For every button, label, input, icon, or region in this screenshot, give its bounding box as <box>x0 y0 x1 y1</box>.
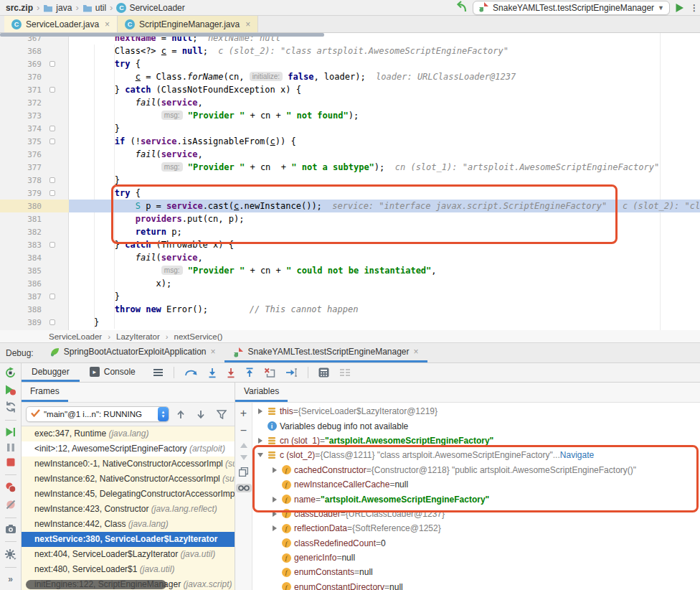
code-line[interactable]: fail(service, <box>69 96 700 109</box>
fold-marker-icon[interactable] <box>49 177 55 183</box>
editor-tab-scriptenginemanager-java[interactable]: CScriptEngineManager.java× <box>118 16 258 32</box>
view-breakpoints-icon[interactable] <box>5 482 16 493</box>
fold-marker-icon[interactable] <box>49 294 55 299</box>
chevron-collapsed-icon[interactable] <box>273 497 277 502</box>
layout-icon[interactable] <box>339 368 351 377</box>
code-line[interactable]: } <box>69 174 700 187</box>
step-out-icon[interactable] <box>245 367 254 378</box>
variable-row[interactable]: fcachedConstructor = {Constructor@1218} … <box>252 463 700 477</box>
thread-selector[interactable]: "main"@1 i...n": RUNNING ▲▼ <box>26 406 169 422</box>
mute-breakpoints-icon[interactable] <box>5 499 16 510</box>
force-step-into-icon[interactable] <box>227 367 235 378</box>
remove-icon[interactable]: − <box>240 426 247 436</box>
close-icon[interactable]: × <box>211 347 216 357</box>
code-line[interactable]: throw new Error(); // This cannot happen <box>69 303 700 316</box>
code-line[interactable]: return p; <box>69 225 700 238</box>
pause-icon[interactable] <box>6 443 15 452</box>
collapse-icon[interactable]: » <box>8 574 13 584</box>
fold-marker-icon[interactable] <box>49 87 55 93</box>
variable-row[interactable]: fnewInstanceCallerCache = null <box>252 477 700 492</box>
code-line[interactable]: } catch (ClassNotFoundException x) { <box>69 83 700 96</box>
frame-row[interactable]: nextService:380, ServiceLoader$LazyItera… <box>22 532 235 547</box>
back-arrow-icon[interactable] <box>455 1 468 13</box>
navigate-link[interactable]: Navigate <box>560 450 594 460</box>
step-into-icon[interactable] <box>208 367 217 378</box>
frame-row[interactable]: newInstance:442, Class (java.lang) <box>22 517 235 532</box>
drop-frame-icon[interactable] <box>264 367 275 378</box>
filter-icon[interactable] <box>217 410 227 419</box>
fold-marker-icon[interactable] <box>49 139 55 144</box>
rerun-failed-icon[interactable] <box>4 384 16 395</box>
editor-code-area[interactable]: nextName = null; nextName: null Class<?>… <box>69 33 700 330</box>
fold-marker-icon[interactable] <box>49 319 55 325</box>
run-icon[interactable] <box>675 3 684 13</box>
run-to-cursor-icon[interactable] <box>285 367 298 378</box>
breadcrumb-item[interactable]: src.zip <box>6 3 33 13</box>
evaluate-icon[interactable] <box>318 367 329 378</box>
move-down-icon[interactable] <box>240 455 247 460</box>
frame-row[interactable]: newInstance0:-1, NativeConstructorAccess… <box>22 456 235 472</box>
chevron-collapsed-icon[interactable] <box>258 438 262 444</box>
variable-row[interactable]: fname = "artsploit.AwesomeScriptEngineFa… <box>252 492 700 506</box>
code-line[interactable]: fail(service, <box>69 148 700 161</box>
code-line[interactable]: S p = service.cast(c.newInstance()); ser… <box>69 200 700 212</box>
fold-marker-icon[interactable] <box>49 242 55 248</box>
code-line[interactable]: providers.put(cn, p); <box>69 212 700 225</box>
tab-frames[interactable]: Frames <box>22 386 68 402</box>
code-line[interactable]: msg: "Provider " + cn + " could not be i… <box>69 264 700 277</box>
code-line[interactable]: fail(service, <box>69 251 700 264</box>
variable-row[interactable]: fgenericInfo = null <box>252 551 700 565</box>
frame-row[interactable]: next:480, ServiceLoader$1 (java.util) <box>22 562 235 577</box>
add-icon[interactable]: + <box>240 408 247 418</box>
tab-variables[interactable]: Variables <box>235 386 288 402</box>
editor-tab-serviceloader-java[interactable]: CServiceLoader.java× <box>4 16 118 32</box>
fold-marker-icon[interactable] <box>49 126 55 131</box>
code-line[interactable]: } catch (Throwable x) { <box>69 238 700 251</box>
rerun-icon[interactable] <box>4 367 16 379</box>
chevron-collapsed-icon[interactable] <box>273 467 277 473</box>
fold-marker-icon[interactable] <box>49 61 55 67</box>
duplicate-icon[interactable] <box>239 467 248 477</box>
close-icon[interactable]: × <box>245 19 250 29</box>
close-icon[interactable]: × <box>105 19 110 29</box>
variable-row[interactable]: fclassRedefinedCount = 0 <box>252 536 700 551</box>
variable-row[interactable]: fclassLoader = {URLClassLoader@1237} <box>252 507 700 521</box>
debug-session-tab[interactable]: SnakeYAMLTest.testScriptEngineManager× <box>224 343 427 362</box>
frame-row[interactable]: <init>:12, AwesomeScriptEngineFactory (a… <box>22 441 235 456</box>
horizontal-scrollbar[interactable] <box>26 580 166 589</box>
chevron-collapsed-icon[interactable] <box>258 408 262 414</box>
code-line[interactable]: c = Class.forName(cn, initialize: false,… <box>69 70 700 83</box>
breadcrumb-item[interactable]: util <box>82 3 106 13</box>
stepper-icon[interactable]: ▲▼ <box>158 407 169 421</box>
stop-icon[interactable] <box>6 458 15 467</box>
code-line[interactable]: try { <box>69 57 700 70</box>
variable-row[interactable]: freflectionData = {SoftReference@1252} <box>252 521 700 535</box>
step-over-icon[interactable] <box>184 367 198 378</box>
code-line[interactable]: msg: "Provider " + cn + " not found"); <box>69 109 700 122</box>
close-icon[interactable]: × <box>414 347 419 357</box>
frame-row[interactable]: newInstance:423, Constructor (java.lang.… <box>22 502 235 517</box>
move-up-icon[interactable] <box>240 443 247 448</box>
code-editor[interactable]: 3673683693703713723733743753763773783793… <box>0 33 700 330</box>
variable-row[interactable]: cn (slot_1) = "artsploit.AwesomeScriptEn… <box>252 434 700 448</box>
code-breadcrumb-item[interactable]: nextService() <box>174 332 223 341</box>
arrow-up-icon[interactable] <box>176 410 185 419</box>
frame-row[interactable]: newInstance:62, NativeConstructorAccesso… <box>22 472 235 487</box>
code-line[interactable]: if (!service.isAssignableFrom(c)) { <box>69 135 700 148</box>
tab-console[interactable]: ▸Console <box>80 363 146 382</box>
variable-row[interactable]: c (slot_2) = {Class@1211} "class artsplo… <box>252 448 700 462</box>
code-line[interactable]: x); <box>69 277 700 290</box>
glasses-icon[interactable] <box>238 485 250 491</box>
variable-row[interactable]: this = {ServiceLoader$LazyIterator@1219} <box>252 404 700 418</box>
variable-row[interactable]: fenumConstants = null <box>252 565 700 579</box>
code-line[interactable]: msg: "Provider " + cn + " not a subtype"… <box>69 161 700 174</box>
fold-marker-icon[interactable] <box>49 190 55 196</box>
frame-row[interactable]: newInstance:45, DelegatingConstructorAcc… <box>22 487 235 502</box>
run-configuration-select[interactable]: SnakeYAMLTest.testScriptEngineManager ▼ <box>473 1 670 15</box>
variable-row[interactable]: iVariables debug info not available <box>252 418 700 433</box>
code-breadcrumb-item[interactable]: LazyIterator <box>116 332 160 341</box>
debug-session-tab[interactable]: SpringBootActuatorExploitApplication× <box>41 343 224 362</box>
thread-dump-icon[interactable] <box>5 524 16 534</box>
code-line[interactable]: } <box>69 290 700 303</box>
code-line[interactable]: } <box>69 316 700 329</box>
